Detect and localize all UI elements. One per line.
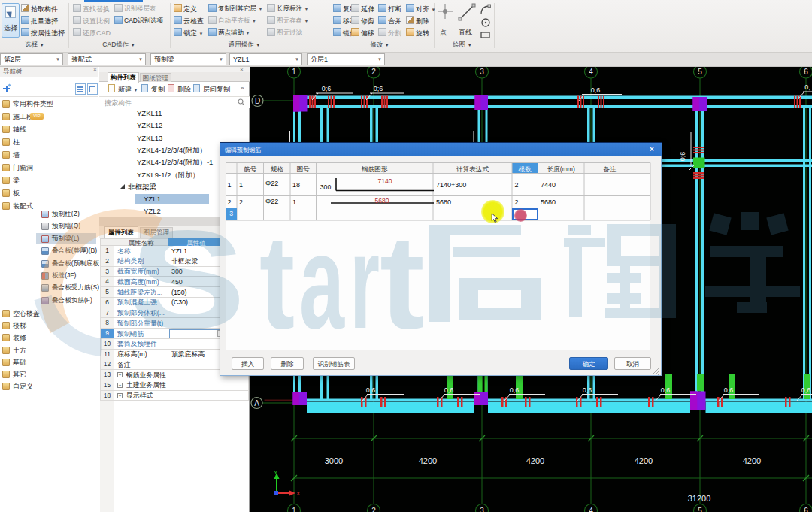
svg-text:4200: 4200	[419, 456, 437, 465]
svg-text:2: 2	[371, 507, 376, 512]
svg-text:0;6: 0;6	[591, 86, 601, 94]
svg-text:4200: 4200	[743, 456, 761, 465]
svg-text:4: 4	[589, 507, 593, 512]
svg-text:1: 1	[292, 68, 296, 76]
svg-text:1: 1	[292, 507, 296, 512]
svg-text:6: 6	[804, 507, 808, 512]
svg-text:0;6: 0;6	[724, 386, 734, 394]
svg-text:0;: 0;	[804, 83, 810, 91]
svg-text:A: A	[254, 399, 259, 407]
svg-text:4200: 4200	[526, 456, 544, 465]
svg-text:Y: Y	[274, 469, 278, 476]
svg-text:4200: 4200	[635, 456, 653, 465]
svg-text:5: 5	[698, 68, 702, 76]
svg-text:6: 6	[804, 68, 808, 76]
svg-text:0;6: 0;6	[661, 386, 671, 394]
svg-text:4: 4	[589, 68, 593, 76]
svg-text:2: 2	[371, 68, 376, 76]
svg-text:0;6: 0;6	[510, 386, 520, 394]
svg-text:D: D	[255, 97, 260, 105]
svg-text:0;6: 0;6	[322, 85, 332, 92]
svg-text:31200: 31200	[688, 494, 711, 503]
svg-text:5: 5	[698, 507, 702, 512]
svg-text:X: X	[296, 490, 301, 497]
svg-text:0;6: 0;6	[801, 386, 811, 394]
svg-text:0;6: 0;6	[679, 152, 686, 162]
svg-text:3: 3	[480, 68, 484, 76]
svg-text:0;6: 0;6	[583, 386, 592, 394]
svg-text:3000: 3000	[325, 456, 343, 465]
svg-text:0;6: 0;6	[444, 386, 454, 394]
svg-text:0;6: 0;6	[374, 85, 383, 92]
svg-text:3: 3	[480, 507, 484, 512]
svg-text:0;6: 0;6	[366, 386, 376, 394]
